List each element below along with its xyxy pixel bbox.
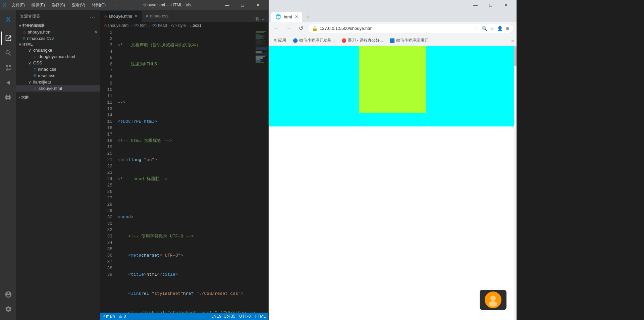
- tab-nihao-css[interactable]: # nihao.css: [142, 10, 173, 22]
- breadcrumb-sep-2: ›: [149, 23, 150, 28]
- breadcrumb-file[interactable]: ◇ shouye.html: [104, 23, 129, 28]
- line-num-11: 11: [100, 93, 112, 99]
- breadcrumb-head[interactable]: </> head: [152, 23, 167, 28]
- sidebar-file-nihao-css[interactable]: # nihao.css: [16, 66, 100, 72]
- line-num-10: 10: [100, 87, 112, 93]
- forward-button[interactable]: →: [283, 23, 294, 34]
- activity-bar-explorer[interactable]: [1, 32, 15, 45]
- activity-bar-search[interactable]: [1, 46, 15, 60]
- extension-icon[interactable]: ⊕: [505, 26, 509, 31]
- menu-edit[interactable]: 编辑(E): [29, 2, 48, 9]
- line-num-14: 14: [100, 112, 112, 118]
- menu-view[interactable]: 查看(V): [69, 2, 88, 9]
- menu-goto[interactable]: 转到(G): [89, 2, 108, 9]
- bookmark-wechat-app-icon: 🟦: [390, 38, 395, 43]
- sidebar-folder-lianxijietu[interactable]: ∨ lianxijietu: [16, 79, 100, 85]
- activity-bar-run[interactable]: [1, 76, 15, 89]
- breadcrumb-style[interactable]: </> style: [171, 23, 186, 28]
- breadcrumb-html[interactable]: </> html: [133, 23, 148, 28]
- address-bar[interactable]: 🔒 127.0.0.1:5500/shouye.html ⊤ 🔍 ☆ 👤 ⊕: [308, 24, 514, 33]
- outline-label: 大纲: [21, 95, 29, 100]
- status-ln-col[interactable]: Ln 19, Col 35: [211, 314, 235, 319]
- status-branch: ⑂ main: [103, 314, 115, 319]
- reload-button[interactable]: ↺: [296, 23, 306, 34]
- html-folder-label: HTML: [22, 42, 33, 46]
- lock-icon: 🔒: [312, 26, 318, 31]
- sidebar-folder-css[interactable]: ∨ CSS: [16, 60, 100, 66]
- open-editors-header[interactable]: ∨ 打开的编辑器: [16, 22, 100, 29]
- activity-bar-source-control[interactable]: [1, 61, 15, 74]
- avatar-image: [485, 291, 501, 308]
- sidebar-more-button[interactable]: ...: [90, 13, 96, 20]
- window-title: shouye.html — HTML - Vis...: [118, 3, 219, 7]
- open-file-name-2: nihao.css: [27, 36, 46, 41]
- sidebar-file-reset-css[interactable]: # reset.css: [16, 72, 100, 79]
- browser-close-button[interactable]: ✕: [498, 0, 514, 10]
- outline-header[interactable]: › 大纲: [16, 94, 100, 101]
- bookmark-modao[interactable]: 🔴 墨刀 - 远程办公好...: [339, 37, 385, 44]
- browser-scrollbar[interactable]: [514, 46, 517, 320]
- window-controls: — □ ✕: [219, 0, 266, 10]
- browser-minimize-button[interactable]: —: [468, 0, 483, 10]
- tab-close-shouye[interactable]: ✕: [134, 14, 138, 18]
- file-name-nihao-css: nihao.css: [38, 67, 56, 72]
- bookmark-star-icon[interactable]: ☆: [490, 26, 494, 31]
- line-num-21: 21: [100, 157, 112, 163]
- css-icon-nihao: #: [34, 67, 36, 72]
- box1-preview: [269, 46, 517, 126]
- sidebar: 资源管理器 ... ∨ 打开的编辑器 ◇ shouye.html ✕ # nih…: [16, 10, 100, 320]
- browser-tab-close[interactable]: ✕: [295, 14, 298, 19]
- line-num-3: 3: [100, 42, 112, 48]
- code-line-14: <link rel="stylesheet" href="./CSS/reset…: [118, 290, 255, 297]
- breadcrumb-box1[interactable]: . .box1: [190, 23, 202, 28]
- line-num-24: 24: [100, 176, 112, 182]
- html-icon-shouye: ◇: [34, 86, 37, 91]
- profile-icon[interactable]: 👤: [497, 26, 503, 31]
- line-num-8: 8: [100, 74, 112, 80]
- menu-more[interactable]: ...: [110, 2, 118, 9]
- code-line-8: <!-- head 标题栏-->: [118, 176, 255, 182]
- maximize-button[interactable]: □: [235, 0, 250, 10]
- line-num-18: 18: [100, 138, 112, 144]
- menu-select[interactable]: 选择(S): [49, 2, 68, 9]
- breadcrumb-style-icon: </>: [171, 23, 177, 28]
- browser-content: [269, 46, 517, 320]
- zoom-icon[interactable]: 🔍: [482, 26, 487, 31]
- open-file-nihao[interactable]: # nihao.css CSS: [16, 35, 100, 42]
- sidebar-folder-chuangke[interactable]: ∨ chuangke: [16, 47, 100, 53]
- file-name-dengluyemian: dengluyemian.html: [39, 54, 75, 59]
- sidebar-file-shouye-html[interactable]: ◇ shouye.html: [16, 85, 100, 92]
- menu-file[interactable]: 文件(F): [9, 2, 28, 9]
- back-button[interactable]: ←: [271, 23, 282, 34]
- activity-bar-settings[interactable]: [1, 303, 15, 316]
- minimize-button[interactable]: —: [219, 0, 235, 10]
- bookmark-apps[interactable]: ⊞ 应用: [271, 37, 288, 44]
- bookmark-more-button[interactable]: »: [511, 38, 514, 43]
- browser-scrollbar-thumb[interactable]: [514, 46, 517, 66]
- open-file-shouye[interactable]: ◇ shouye.html ✕: [16, 29, 100, 35]
- status-encoding[interactable]: UTF-8: [239, 314, 251, 319]
- browser-new-tab-button[interactable]: +: [304, 12, 313, 22]
- split-editor-button[interactable]: ⧉: [256, 16, 259, 22]
- bookmark-wechat-mini[interactable]: 🔵 微信小程序开发基...: [291, 37, 337, 44]
- html-folder-header[interactable]: ∨ HTML: [16, 42, 100, 47]
- close-button[interactable]: ✕: [250, 0, 266, 10]
- translate-icon[interactable]: ⊤: [475, 26, 479, 31]
- browser-tab-bar: 🌐 html ✕ +: [269, 10, 517, 22]
- activity-bar-extensions[interactable]: [1, 91, 15, 104]
- status-lang[interactable]: HTML: [255, 314, 266, 319]
- activity-bar-account[interactable]: [1, 288, 15, 301]
- bookmark-wechat-app[interactable]: 🟦 微信小程序应用开...: [388, 37, 434, 44]
- sidebar-title-bar: 资源管理器 ...: [16, 10, 100, 22]
- browser-tab-html[interactable]: 🌐 html ✕: [271, 12, 302, 22]
- sidebar-file-dengluyemian[interactable]: ◇ dengluyemian.html: [16, 53, 100, 60]
- code-line-1: <!-- 文档声明（告诉浏览器网页的版本）: [118, 42, 255, 48]
- line-num-9: 9: [100, 80, 112, 87]
- browser-maximize-button[interactable]: □: [483, 0, 498, 10]
- url-text[interactable]: 127.0.0.1:5500/shouye.html: [320, 26, 473, 31]
- tab-more-button[interactable]: ···: [262, 16, 266, 22]
- code-content[interactable]: <!-- 文档声明（告诉浏览器网页的版本） 这里为HTML5 --> <!DOC…: [115, 29, 255, 313]
- tab-shouye-html[interactable]: ◇ shouye.html ✕: [100, 10, 142, 22]
- close-file-icon-1[interactable]: ✕: [94, 30, 97, 34]
- tab-icon-shouye: ◇: [104, 14, 107, 18]
